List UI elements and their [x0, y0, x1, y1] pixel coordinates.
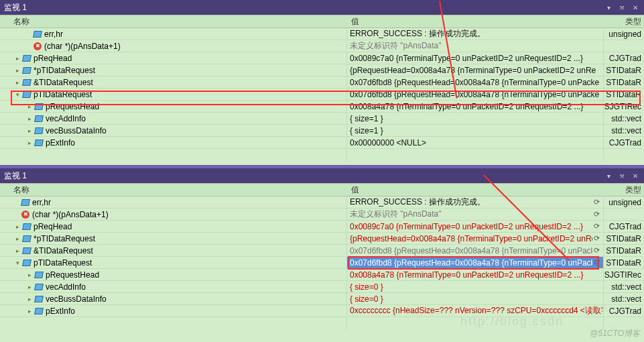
- variable-icon: [21, 199, 29, 206]
- variable-icon: [23, 55, 31, 62]
- variable-name: pExtInfo: [46, 306, 75, 316]
- pin-icon[interactable]: ⤲: [617, 171, 627, 180]
- chevron-right-icon[interactable]: ▸: [25, 139, 34, 147]
- col-header-type[interactable]: 类型: [604, 16, 644, 27]
- watch-row[interactable]: err,hrERROR_SUCCESS : 操作成功完成。⟳unsigned: [0, 196, 644, 209]
- watch-row[interactable]: ▸pReqHead0x0089c7a0 {nTerminalType=0 unP…: [0, 52, 644, 64]
- variable-value: 0x07d6fbd8 {pRequestHead=0x008a4a78 {nTe…: [350, 90, 603, 99]
- watch-row[interactable]: err,hrERROR_SUCCESS : 操作成功完成。unsigned: [0, 28, 644, 40]
- chevron-down-icon[interactable]: ▾: [13, 91, 21, 99]
- variable-value: 0x0089c7a0 {nTerminalType=0 unPacketID=2…: [350, 222, 592, 231]
- variable-value: 0x008a4a78 {nTerminalType=0 unPacketID=2…: [350, 270, 603, 280]
- variable-value: 未定义标识符 "pAnsData": [350, 40, 603, 52]
- variable-value: { size=1 }: [350, 114, 603, 123]
- titlebar-bottom[interactable]: 监视 1 ▾ ⤲ ✕: [0, 168, 644, 183]
- variable-icon: [23, 260, 31, 266]
- refresh-icon[interactable]: ⟳: [592, 235, 600, 243]
- menu-icon[interactable]: ▾: [604, 3, 613, 12]
- chevron-right-icon[interactable]: ▸: [25, 271, 34, 279]
- refresh-icon[interactable]: ⟳: [592, 198, 600, 207]
- chevron-right-icon[interactable]: ▸: [25, 127, 34, 135]
- watch-row[interactable]: ✖(char *)(pAnsData+1)未定义标识符 "pAnsData"⟳: [0, 209, 644, 221]
- variable-type: STIDataR: [604, 90, 644, 99]
- chevron-right-icon[interactable]: ▸: [25, 115, 34, 123]
- variable-name: pExtInfo: [46, 138, 75, 148]
- chevron-right-icon[interactable]: ▸: [13, 235, 21, 243]
- variable-icon: [23, 79, 31, 86]
- col-header-type[interactable]: 类型: [604, 184, 644, 196]
- col-header-value[interactable]: 值: [348, 184, 604, 196]
- chevron-right-icon[interactable]: ▸: [13, 54, 21, 62]
- variable-name: (char *)(pAnsData+1): [32, 210, 109, 219]
- variable-name: vecAddInfo: [46, 282, 86, 292]
- col-header-name[interactable]: 名称: [0, 184, 348, 196]
- refresh-icon[interactable]: ⟳: [592, 259, 600, 267]
- chevron-right-icon[interactable]: ▸: [13, 66, 21, 74]
- error-icon: ✖: [21, 211, 29, 219]
- chevron-right-icon[interactable]: ▸: [13, 78, 21, 87]
- variable-name: *pTIDataRequest: [34, 234, 95, 243]
- col-header-value[interactable]: 值: [348, 16, 604, 27]
- variable-type: STIDataR: [604, 234, 644, 243]
- variable-type: STIDataR: [604, 246, 644, 255]
- watch-panel-top: 监视 1 ▾ ⤲ ✕ 名称 值 类型 err,hrERROR_SUCCESS :…: [0, 0, 644, 165]
- close-icon[interactable]: ✕: [631, 171, 640, 180]
- chevron-right-icon[interactable]: ▸: [13, 247, 21, 255]
- variable-name: pReqHead: [34, 222, 72, 231]
- col-header-name[interactable]: 名称: [0, 16, 348, 27]
- watermark-51cto: @51CTO博客: [590, 328, 640, 339]
- variable-type: std::vect: [604, 114, 644, 123]
- variable-type: STIDataR: [604, 66, 644, 75]
- variable-icon: [35, 272, 43, 278]
- empty-row[interactable]: [0, 149, 644, 161]
- variable-icon: [23, 235, 31, 242]
- variable-icon: [35, 115, 43, 122]
- watermark-csdn: http://blog.csdn: [460, 315, 564, 329]
- refresh-icon[interactable]: ⟳: [592, 223, 600, 231]
- error-icon: ✖: [34, 42, 42, 50]
- watch-row[interactable]: ▸vecAddInfo{ size=1 }std::vect: [0, 113, 644, 125]
- watch-row[interactable]: ▾pTIDataRequest0x07d6fbd8 {pRequestHead=…: [0, 257, 644, 269]
- variable-value: 未定义标识符 "pAnsData": [350, 209, 592, 220]
- variable-type: SJGTIRec: [604, 270, 644, 280]
- variable-value: 0x00000000 <NULL>: [350, 138, 603, 148]
- variable-value: { size=0 }: [350, 294, 603, 304]
- variable-value: 0x07d6fbd8 {pRequestHead=0x008a4a78 {nTe…: [350, 78, 603, 87]
- chevron-right-icon[interactable]: ▸: [25, 307, 34, 315]
- watch-row[interactable]: ▸pRequestHead0x008a4a78 {nTerminalType=0…: [0, 269, 644, 281]
- variable-name: (char *)(pAnsData+1): [44, 42, 121, 51]
- variable-value: ERROR_SUCCESS : 操作成功完成。: [350, 28, 603, 40]
- panel-title: 监视 1: [4, 2, 604, 13]
- chevron-down-icon[interactable]: ▾: [13, 259, 21, 267]
- variable-type: CJGTrad: [604, 138, 644, 148]
- variable-type: CJGTrad: [604, 54, 644, 63]
- watch-row[interactable]: ▸pRequestHead0x008a4a78 {nTerminalType=0…: [0, 101, 644, 113]
- variable-icon: [35, 127, 43, 134]
- pin-icon[interactable]: ⤲: [617, 3, 627, 12]
- menu-icon[interactable]: ▾: [604, 171, 613, 180]
- watch-row[interactable]: ▸pReqHead0x0089c7a0 {nTerminalType=0 unP…: [0, 221, 644, 233]
- chevron-right-icon[interactable]: ▸: [25, 283, 34, 291]
- variable-type: STIDataR: [604, 258, 644, 268]
- refresh-icon[interactable]: ⟳: [592, 211, 600, 219]
- column-headers: 名称 值 类型: [0, 15, 644, 28]
- variable-icon: [23, 223, 31, 230]
- watch-row[interactable]: ✖(char *)(pAnsData+1)未定义标识符 "pAnsData": [0, 40, 644, 52]
- watch-row[interactable]: ▸&TIDataRequest0x07d6fbd8 {pRequestHead=…: [0, 76, 644, 89]
- watch-row[interactable]: ▸pExtInfo0x00000000 <NULL>CJGTrad: [0, 137, 644, 149]
- close-icon[interactable]: ✕: [631, 3, 640, 12]
- titlebar-top[interactable]: 监视 1 ▾ ⤲ ✕: [0, 0, 644, 15]
- chevron-right-icon[interactable]: ▸: [25, 103, 34, 111]
- chevron-right-icon[interactable]: ▸: [13, 223, 21, 231]
- variable-icon: [35, 284, 43, 290]
- watch-row[interactable]: ▸vecBussDataInfo{ size=0 }std::vect: [0, 293, 644, 305]
- watch-row[interactable]: ▸vecAddInfo{ size=0 }std::vect: [0, 281, 644, 293]
- watch-row[interactable]: ▸*pTIDataRequest{pRequestHead=0x008a4a78…: [0, 64, 644, 76]
- watch-row[interactable]: ▸vecBussDataInfo{ size=1 }std::vect: [0, 125, 644, 137]
- watch-row[interactable]: ▾pTIDataRequest0x07d6fbd8 {pRequestHead=…: [0, 89, 644, 101]
- refresh-icon[interactable]: ⟳: [592, 247, 600, 255]
- chevron-right-icon[interactable]: ▸: [25, 295, 34, 303]
- variable-icon: [35, 139, 43, 146]
- variable-icon: [23, 91, 31, 98]
- watch-row[interactable]: ▸&TIDataRequest0x07d6fbd8 {pRequestHead=…: [0, 245, 644, 257]
